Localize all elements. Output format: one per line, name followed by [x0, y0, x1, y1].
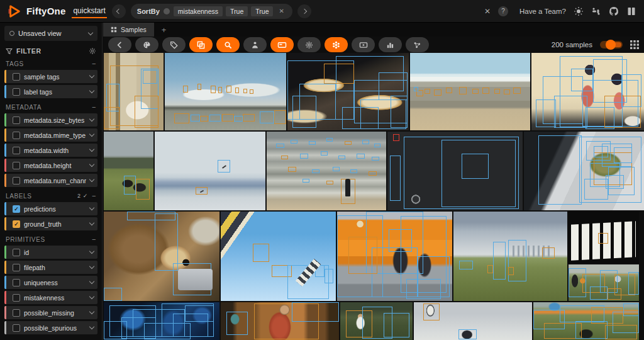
- sample-blue-sky-kite[interactable]: [221, 212, 336, 301]
- field-row-possible-missing[interactable]: possible_missing: [4, 306, 97, 319]
- section-collapse-icon[interactable]: −: [92, 60, 96, 67]
- field-checkbox[interactable]: ✓: [13, 205, 20, 213]
- section-collapse-icon[interactable]: −: [92, 192, 96, 200]
- sample-dog-closeup[interactable]: [104, 212, 219, 301]
- chevron-down-icon[interactable]: [89, 309, 94, 314]
- section-collapse-icon[interactable]: −: [92, 103, 96, 111]
- patches-button[interactable]: [189, 37, 213, 52]
- similarity-button[interactable]: [243, 37, 267, 52]
- field-row-metadata-height[interactable]: metadata.height: [4, 159, 97, 172]
- field-checkbox[interactable]: [13, 132, 20, 139]
- sample-stormy-sea-birds[interactable]: [267, 132, 386, 210]
- chevron-down-icon[interactable]: [89, 279, 94, 284]
- field-row-metadata-size-bytes[interactable]: metadata.size_bytes: [4, 113, 97, 127]
- sample-park-structures[interactable]: [533, 302, 639, 340]
- chevron-down-icon[interactable]: [89, 73, 94, 78]
- chevron-down-icon[interactable]: [89, 162, 94, 167]
- sidebar-settings-gear-icon[interactable]: [89, 47, 96, 55]
- view-stage-sortby[interactable]: SortBy mistakennessTrueTrue ✕: [131, 4, 292, 19]
- slack-icon[interactable]: [591, 6, 601, 16]
- field-row-ground-truth[interactable]: ✓ground_truth: [4, 217, 97, 230]
- chevron-down-icon[interactable]: [89, 220, 94, 225]
- field-row-sample-tags[interactable]: sample tags: [4, 70, 97, 83]
- sample-bakery-display[interactable]: [287, 53, 409, 130]
- field-checkbox[interactable]: [13, 73, 20, 81]
- dataset-selector[interactable]: quickstart: [72, 4, 106, 18]
- field-checkbox[interactable]: [13, 324, 20, 332]
- sample-man-red-shirt[interactable]: [221, 302, 339, 340]
- field-checkbox[interactable]: [13, 249, 20, 256]
- field-row-id[interactable]: id: [4, 246, 97, 259]
- view-stage-next-button[interactable]: [297, 4, 311, 18]
- field-checkbox[interactable]: ✓: [13, 220, 20, 228]
- github-icon[interactable]: [609, 6, 619, 16]
- field-checkbox[interactable]: [13, 309, 20, 317]
- sample-two-children[interactable]: [531, 53, 644, 130]
- field-row-possible-spurious[interactable]: possible_spurious: [4, 321, 97, 334]
- chevron-down-icon[interactable]: [89, 88, 94, 93]
- chevron-down-icon[interactable]: [89, 177, 94, 182]
- filter-chip[interactable]: True: [226, 6, 248, 16]
- remove-stage-button[interactable]: ✕: [277, 8, 286, 14]
- field-row-uniqueness[interactable]: uniqueness: [4, 276, 97, 289]
- section-header-metadata[interactable]: METADATA−: [6, 103, 96, 111]
- sample-beach-surfers[interactable]: [410, 53, 530, 130]
- sample-field-industrial[interactable]: [453, 212, 567, 301]
- filter-chip[interactable]: mistakenness: [174, 6, 223, 16]
- have-a-team-link[interactable]: Have a Team?: [519, 8, 566, 15]
- video-button[interactable]: [352, 37, 375, 52]
- section-header-tags[interactable]: TAGS−: [6, 60, 96, 67]
- grid-zoom-slider[interactable]: [600, 41, 623, 48]
- field-row-predictions[interactable]: ✓predictions: [4, 202, 97, 215]
- sample-food-plate[interactable]: [524, 132, 644, 210]
- field-checkbox[interactable]: [13, 147, 20, 154]
- field-checkbox[interactable]: [13, 294, 20, 302]
- chevron-down-icon[interactable]: [89, 324, 94, 329]
- sample-cow-pasture[interactable]: [104, 132, 153, 210]
- field-row-metadata-num-channels[interactable]: metadata.num_channels: [4, 174, 97, 187]
- field-checkbox[interactable]: [13, 116, 20, 124]
- saved-view-selector[interactable]: Unsaved view: [4, 26, 97, 41]
- settings-button[interactable]: [297, 37, 321, 52]
- chevron-down-icon[interactable]: [89, 249, 94, 254]
- field-checkbox[interactable]: [13, 177, 20, 184]
- filter-chip[interactable]: True: [251, 6, 273, 16]
- sample-construction-yard[interactable]: [569, 264, 639, 301]
- field-row-metadata-mime-type[interactable]: metadata.mime_type: [4, 128, 97, 142]
- sample-gray-sky-kite[interactable]: [414, 302, 532, 340]
- tag-samples-button[interactable]: [270, 37, 294, 52]
- help-button[interactable]: ?: [498, 6, 508, 16]
- slider-knob[interactable]: [606, 40, 616, 50]
- field-checkbox[interactable]: [13, 264, 20, 271]
- clustering-button[interactable]: [325, 37, 348, 52]
- sample-hazy-sky-birds[interactable]: [155, 132, 265, 210]
- field-row-filepath[interactable]: filepath: [4, 261, 97, 274]
- field-row-mistakenness[interactable]: mistakenness: [4, 291, 97, 304]
- section-collapse-icon[interactable]: −: [92, 235, 96, 243]
- theme-toggle-icon[interactable]: [574, 6, 584, 16]
- field-checkbox[interactable]: [13, 162, 20, 169]
- chevron-down-icon[interactable]: [89, 147, 94, 152]
- sample-street-traffic-lights[interactable]: [165, 53, 286, 130]
- view-stage-prev-button[interactable]: [112, 4, 126, 18]
- browse-button[interactable]: [216, 37, 240, 52]
- section-header-primitives[interactable]: PRIMITIVES−: [6, 235, 96, 243]
- sample-blue-vases[interactable]: [104, 302, 219, 340]
- embeddings-button[interactable]: [406, 37, 429, 52]
- field-checkbox[interactable]: [13, 88, 20, 96]
- chevron-down-icon[interactable]: [89, 205, 94, 210]
- sample-dark-windows[interactable]: [569, 212, 639, 263]
- add-space-button[interactable]: +: [154, 23, 174, 37]
- chevron-down-icon[interactable]: [89, 264, 94, 269]
- tag-button[interactable]: [162, 37, 186, 52]
- chevron-down-icon[interactable]: [89, 132, 94, 137]
- sample-interior-room[interactable]: [104, 53, 164, 130]
- field-checkbox[interactable]: [13, 279, 20, 286]
- sample-harley-lift-truck[interactable]: [337, 212, 452, 301]
- clear-view-button[interactable]: ✕: [484, 7, 491, 16]
- section-header-labels[interactable]: LABELS2 ✓−: [6, 192, 96, 200]
- histograms-button[interactable]: [379, 37, 402, 52]
- chevron-down-icon[interactable]: [89, 294, 94, 299]
- sample-red-suv[interactable]: [387, 132, 523, 210]
- color-palette-button[interactable]: [135, 37, 158, 52]
